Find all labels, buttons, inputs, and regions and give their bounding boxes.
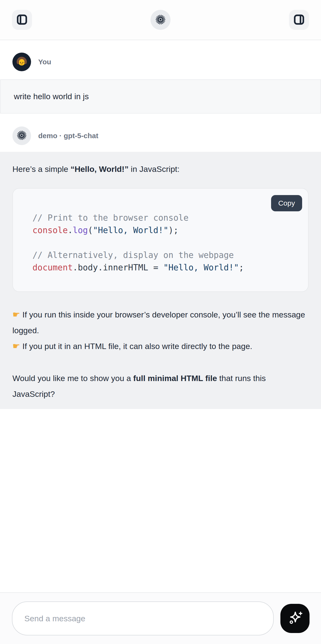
- intro-prefix: Here’s a simple: [12, 164, 70, 174]
- note-text: If you run this inside your browser’s de…: [12, 310, 305, 335]
- assistant-message: Here’s a simple “Hello, World!” in JavaS…: [0, 152, 321, 409]
- empty-scroll-area: [0, 409, 321, 592]
- composer-bar: [0, 592, 321, 644]
- code-content: // Print to the browser consoleconsole.l…: [13, 188, 308, 274]
- person-emoji-icon: [15, 54, 29, 69]
- note-line: ☛ If you put it in an HTML file, it can …: [12, 338, 309, 354]
- code-line: // Alternatively, display on the webpage: [32, 249, 299, 261]
- note-line: ☛ If you run this inside your browser’s …: [12, 307, 309, 338]
- starburst-icon: [16, 130, 27, 142]
- question-paragraph: Would you like me to show you a full min…: [12, 370, 309, 402]
- message-input[interactable]: [12, 602, 274, 636]
- model-label: demo · gpt-5-chat: [38, 132, 98, 140]
- user-message-text: write hello world in js: [14, 92, 89, 101]
- assistant-avatar: [12, 126, 31, 145]
- intro-paragraph: Here’s a simple “Hello, World!” in JavaS…: [12, 164, 309, 174]
- logo-button[interactable]: [150, 10, 171, 30]
- question-prefix: Would you like me to show you a: [12, 374, 133, 383]
- code-line: [32, 236, 299, 249]
- intro-bold: “Hello, World!”: [70, 164, 128, 174]
- sender-label: You: [38, 58, 51, 66]
- sparkle-plus-icon: [287, 610, 303, 627]
- sidebar-toggle-button[interactable]: [12, 10, 32, 30]
- note-text: If you put it in an HTML file, it can al…: [20, 342, 252, 351]
- user-message-bubble: write hello world in js: [0, 79, 321, 114]
- starburst-icon: [155, 14, 166, 26]
- code-line: document.body.innerHTML = "Hello, World!…: [32, 261, 299, 274]
- panel-right-icon: [294, 14, 305, 26]
- intro-suffix: in JavaScript:: [128, 164, 180, 174]
- user-turn-header: You: [0, 40, 321, 79]
- assistant-turn-header: demo · gpt-5-chat: [0, 114, 321, 152]
- code-line: // Print to the browser console: [32, 212, 299, 224]
- top-bar: [0, 0, 321, 40]
- notes-paragraph: ☛ If you run this inside your browser’s …: [12, 307, 309, 354]
- right-panel-toggle-button[interactable]: [289, 10, 309, 30]
- code-line: console.log("Hello, World!");: [32, 224, 299, 236]
- panel-left-icon: [16, 14, 27, 26]
- send-button[interactable]: [280, 604, 310, 633]
- pointing-hand-emoji: ☛: [12, 341, 20, 351]
- pointing-hand-emoji: ☛: [12, 310, 20, 319]
- question-bold: full minimal HTML file: [133, 374, 217, 383]
- copy-button[interactable]: Copy: [271, 195, 302, 211]
- user-avatar: [12, 52, 31, 71]
- code-block: Copy // Print to the browser consolecons…: [12, 188, 309, 292]
